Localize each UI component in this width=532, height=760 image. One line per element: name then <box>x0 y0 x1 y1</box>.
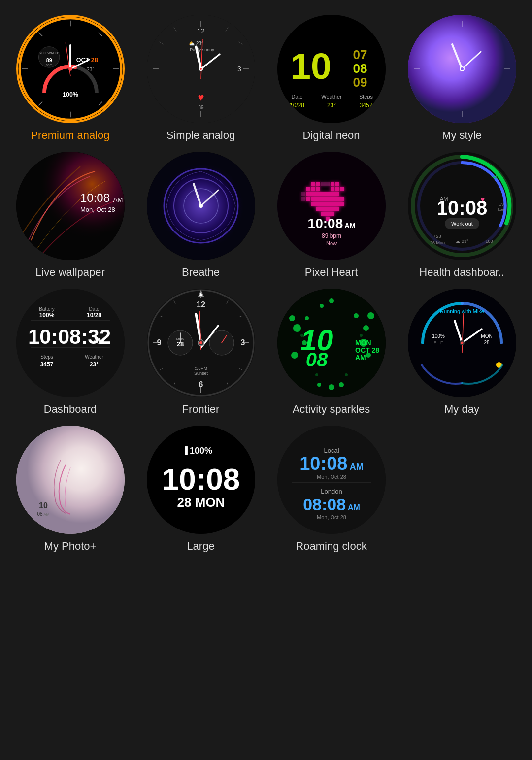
watch-item-dashboard[interactable]: Battery Date 100% 10/28 10:08:32 AM Step… <box>10 289 131 416</box>
svg-text:26 Mon: 26 Mon <box>430 240 444 245</box>
watch-label-breathe: Breathe <box>182 266 220 279</box>
svg-rect-91 <box>321 182 330 186</box>
watch-item-large[interactable]: ▐ 100% 10:08 28 MON Large <box>140 426 261 553</box>
svg-text:100%: 100% <box>432 333 445 339</box>
watch-face-my-style <box>408 15 516 123</box>
watch-label-live-wallpaper: Live wallpaper <box>35 266 105 279</box>
svg-text:Steps: Steps <box>359 94 373 99</box>
svg-rect-81 <box>331 187 334 191</box>
watch-face-pixel-heart: 10:08 AM 89 bpm Now <box>277 152 386 260</box>
svg-text:Sunset: Sunset <box>194 371 208 376</box>
watch-item-pixel-heart[interactable]: 10:08 AM 89 bpm Now Pixel Heart <box>271 152 392 279</box>
watch-label-my-day: My day <box>444 403 479 416</box>
svg-point-40 <box>200 68 202 70</box>
svg-rect-77 <box>335 182 339 186</box>
watch-label-large: Large <box>187 540 214 553</box>
svg-text:3457: 3457 <box>359 102 372 109</box>
svg-rect-89 <box>321 212 334 216</box>
watch-face-activity-sparkles: 10 08 MON OCT 28 AM <box>277 289 386 397</box>
svg-text:100: 100 <box>485 239 493 244</box>
watch-face-simple-analog: 12 3 ⛅ 23° Partly sunny ♥ 89 <box>147 15 255 123</box>
watch-label-activity-sparkles: Activity sparkles <box>293 403 370 416</box>
svg-rect-87 <box>311 202 344 206</box>
watch-face-my-photo-plus: 10 08 AM <box>16 426 125 534</box>
svg-text:28: 28 <box>484 340 490 345</box>
watch-item-premium-analog[interactable]: STOPWATCH 89 bpm OCT 28 ☁ 23° 100% P <box>10 15 131 142</box>
svg-text:Date: Date <box>89 306 100 312</box>
watch-face-my-day: Running with Mike 100% MON 28 E · F <box>408 289 516 397</box>
svg-point-158 <box>293 324 301 332</box>
watch-label-health-dashboard: Health dashboar.. <box>419 266 504 279</box>
svg-point-160 <box>291 352 298 359</box>
svg-text:07: 07 <box>353 47 367 62</box>
watch-label-premium-analog: Premium analog <box>31 129 109 142</box>
watch-item-my-day[interactable]: Running with Mike 100% MON 28 E · F My d… <box>401 289 522 416</box>
svg-text:Weather: Weather <box>85 354 103 360</box>
watch-item-simple-analog[interactable]: 12 3 ⛅ 23° Partly sunny ♥ 89 Simple anal… <box>140 15 261 142</box>
watch-item-my-style[interactable]: My style <box>401 15 522 142</box>
watch-item-activity-sparkles[interactable]: 10 08 MON OCT 28 AM Activity sparkles <box>271 289 392 416</box>
svg-rect-84 <box>306 192 339 196</box>
svg-text:9: 9 <box>157 338 161 347</box>
svg-text:UV: UV <box>499 202 504 207</box>
watch-item-health-dashboard[interactable]: +405 AM ♥ 10:08 Work out +28 26 Mon ☁ 23… <box>401 152 522 279</box>
svg-text:09: 09 <box>353 75 367 90</box>
svg-point-193 <box>461 342 463 344</box>
watch-face-large: ▐ 100% 10:08 28 MON <box>147 426 255 534</box>
svg-text:AM: AM <box>93 337 105 345</box>
svg-text:Date: Date <box>291 94 302 99</box>
svg-text:10/28: 10/28 <box>289 102 304 109</box>
svg-rect-74 <box>311 182 315 186</box>
svg-text:6: 6 <box>199 380 203 389</box>
watch-face-roaming-clock: Local 10:08 AM Mon, Oct 28 London 08:08 … <box>277 426 386 534</box>
svg-text:10:08: 10:08 <box>436 197 487 219</box>
watch-face-health-dashboard: +405 AM ♥ 10:08 Work out +28 26 Mon ☁ 23… <box>408 152 516 260</box>
watch-item-my-photo-plus[interactable]: 10 08 AM My Photo+ <box>10 426 131 553</box>
svg-point-60 <box>461 67 464 70</box>
watch-item-digital-neon[interactable]: 10 07 08 09 Date Weather Steps 10/28 23°… <box>271 15 392 142</box>
svg-text:London: London <box>321 488 342 495</box>
svg-point-172 <box>339 382 344 387</box>
watch-face-frontier: 12 3 6 9 MON 28 :30PM Sunset <box>147 289 255 397</box>
watch-label-my-photo-plus: My Photo+ <box>44 540 97 553</box>
watch-item-frontier[interactable]: 12 3 6 9 MON 28 :30PM Sunset <box>140 289 261 416</box>
svg-text:3: 3 <box>240 338 245 347</box>
svg-rect-76 <box>331 182 334 186</box>
svg-rect-93 <box>301 197 305 201</box>
svg-text:23°: 23° <box>89 361 98 368</box>
svg-text::30PM: :30PM <box>194 366 207 371</box>
svg-rect-78 <box>306 187 310 191</box>
svg-text:+405: +405 <box>489 174 501 180</box>
svg-rect-82 <box>335 187 339 191</box>
watch-label-pixel-heart: Pixel Heart <box>305 266 358 279</box>
svg-point-170 <box>329 384 334 390</box>
svg-text:Mon, Oct 28: Mon, Oct 28 <box>317 514 346 520</box>
watch-item-live-wallpaper[interactable]: 10:08 AM Mon, Oct 28 Live wallpaper <box>10 152 131 279</box>
svg-text:+28: +28 <box>433 234 441 239</box>
svg-point-168 <box>329 298 334 303</box>
svg-text:▐: ▐ <box>183 446 188 455</box>
watch-item-roaming-clock[interactable]: Local 10:08 AM Mon, Oct 28 London 08:08 … <box>271 426 392 553</box>
svg-point-166 <box>354 313 359 318</box>
svg-text:10/28: 10/28 <box>86 312 101 319</box>
watch-label-dashboard: Dashboard <box>44 403 97 416</box>
svg-point-161 <box>305 316 309 320</box>
svg-text:23°: 23° <box>327 102 335 109</box>
watch-item-breathe[interactable]: Breathe <box>140 152 261 279</box>
svg-text:Steps: Steps <box>40 354 53 360</box>
svg-point-175 <box>315 373 318 376</box>
svg-point-194 <box>16 426 125 534</box>
svg-text:AM: AM <box>355 354 366 362</box>
watch-label-simple-analog: Simple analog <box>166 129 235 142</box>
svg-text:10:08: 10:08 <box>162 462 240 496</box>
svg-rect-75 <box>316 182 320 186</box>
svg-text:89 bpm: 89 bpm <box>321 232 341 239</box>
svg-point-156 <box>200 341 202 344</box>
svg-text:89: 89 <box>46 57 52 63</box>
watch-face-digital-neon: 10 07 08 09 Date Weather Steps 10/28 23°… <box>277 15 386 123</box>
svg-text:12: 12 <box>197 27 205 35</box>
svg-text:Weather: Weather <box>321 94 342 99</box>
svg-text:☁ 23°: ☁ 23° <box>456 239 468 244</box>
svg-text:bpm: bpm <box>46 63 52 67</box>
svg-text:12: 12 <box>197 300 205 309</box>
